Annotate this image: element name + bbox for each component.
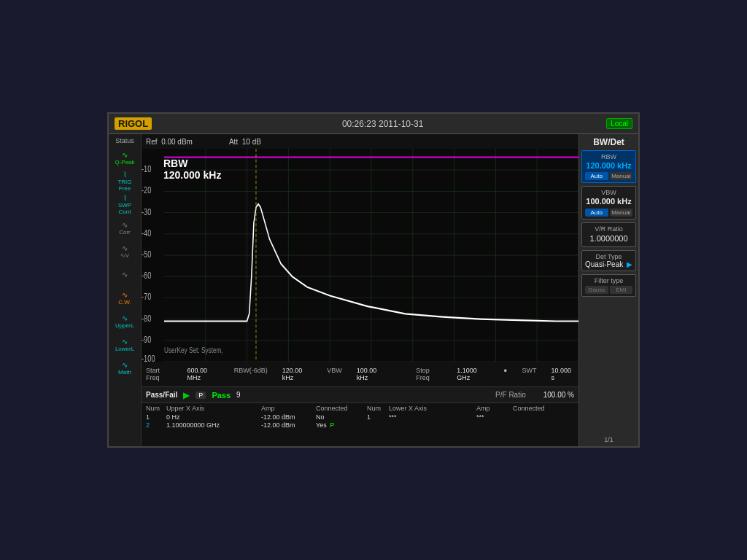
row1-amp2: *** <box>476 413 513 421</box>
trig-label: TRIGFree <box>117 179 131 192</box>
svg-text:-100: -100 <box>142 353 155 362</box>
rp-det-section[interactable]: Det Type Quasi-Peak ▶ <box>581 250 636 271</box>
emi-filter-btn[interactable]: EMI <box>610 286 633 294</box>
table-header: Num Upper X Axis Amp Connected Num Lower… <box>146 405 574 412</box>
pf-ratio-value: 100.00 % <box>543 391 574 399</box>
sidebar-btn-upperl[interactable]: ∿ UpperL <box>111 311 139 332</box>
rp-filter-section: Filter type Gauss EMI <box>581 274 636 297</box>
gauss-filter-btn[interactable]: Gauss <box>585 286 608 294</box>
swt-value: 10.000 s <box>551 367 574 381</box>
row1-num: 1 <box>146 413 166 421</box>
sidebar-btn-corr[interactable]: ∿ Corr <box>111 217 139 239</box>
qpeak-icon: ∿ <box>122 152 128 159</box>
rbw-manual-btn[interactable]: Manual <box>610 172 633 180</box>
svg-text:-40: -40 <box>142 228 151 238</box>
rp-rbw-section[interactable]: RBW 120.000 kHz Auto Manual <box>581 150 636 183</box>
rp-rbw-value: 120.000 kHz <box>585 160 632 171</box>
pass-fail-label: Pass/Fail <box>146 391 177 399</box>
play-button[interactable]: ▶ <box>183 390 190 400</box>
row2-ux: 1.100000000 GHz <box>166 421 261 429</box>
right-panel: BW/Det RBW 120.000 kHz Auto Manual VBW 1… <box>578 134 638 446</box>
chart-header: Ref 0.00 dBm Att 10 dB <box>142 134 578 149</box>
row1-lx: *** <box>389 413 476 421</box>
lowerl-icon: ∿ <box>122 338 128 346</box>
table-row-1: 1 0 Hz -12.00 dBm No 1 *** *** <box>146 413 574 421</box>
sidebar-btn-cw[interactable]: ∿ C.W. <box>111 287 139 309</box>
row2-conn2 <box>513 421 564 429</box>
table-area: Num Upper X Axis Amp Connected Num Lower… <box>142 402 578 446</box>
rp-vr-label: V/R Ratio <box>585 225 632 233</box>
col-header-ux: Upper X Axis <box>166 405 261 412</box>
row2-num: 2 <box>146 421 166 429</box>
math-icon: ∿ <box>122 362 128 369</box>
ref-label: Ref 0.00 dBm <box>146 138 193 146</box>
col-header-lx: Lower X Axis <box>389 405 476 412</box>
rp-det-label: Det Type <box>585 253 632 260</box>
sidebar-btn-math[interactable]: ∿ Math <box>111 357 139 379</box>
v-icon: ∿ <box>122 245 128 252</box>
svg-text:-10: -10 <box>142 164 151 174</box>
col-header-amp: Amp <box>261 405 316 412</box>
vbw-label: VBW <box>327 367 342 381</box>
vbw-auto-btn[interactable]: Auto <box>585 209 608 217</box>
sidebar-btn-swp[interactable]: ⌇ SWPCont <box>111 194 139 216</box>
chevron-right-icon: ▶ <box>627 260 632 268</box>
pf-ratio-label: P/F Ratio <box>495 391 526 399</box>
att-text: Att <box>229 138 238 146</box>
row1-num2: 1 <box>367 413 389 421</box>
cw-icon: ∿ <box>122 292 128 299</box>
row2-lx <box>389 421 476 429</box>
row2-amp2 <box>476 421 513 429</box>
swp-icon: ⌇ <box>123 195 127 202</box>
math-label: Math <box>118 370 131 376</box>
pass-text: Pass <box>212 391 231 400</box>
instrument-frame: RIGOL 00:26:23 2011-10-31 Local Status ∿… <box>107 112 640 448</box>
row2-amp: -12.00 dBm <box>261 421 316 429</box>
main-area: Status ∿ Q-Peak ⌇ TRIGFree ⌇ SWPCont ∿ C… <box>109 134 638 446</box>
chart-svg: -10 -20 -30 -40 -50 -60 -70 -80 -90 -100 <box>142 149 578 362</box>
sidebar-btn-empty[interactable]: ∿ <box>111 264 139 286</box>
col-header-amp2: Amp <box>476 405 513 412</box>
svg-text:-50: -50 <box>142 249 151 259</box>
rp-rbw-label: RBW <box>585 153 632 160</box>
top-bar: RIGOL 00:26:23 2011-10-31 Local <box>109 114 638 134</box>
rp-vbw-section[interactable]: VBW 100.000 kHz Auto Manual <box>581 186 636 219</box>
row2-p-marker: P <box>330 421 334 429</box>
vbw-manual-btn[interactable]: Manual <box>610 209 633 217</box>
sidebar-btn-v[interactable]: ∿ ∿V <box>111 241 139 262</box>
svg-text:-70: -70 <box>142 292 151 302</box>
chart-footer: Start Freq 600.00 MHz RBW(-6dB) 120.00 k… <box>142 362 578 386</box>
rp-vbw-auto-manual: Auto Manual <box>585 209 632 217</box>
sidebar-btn-qpeak[interactable]: ∿ Q-Peak <box>111 147 139 169</box>
ref-value: 0.00 dBm <box>161 138 193 146</box>
cw-label: C.W. <box>118 300 131 306</box>
rbw-value: 120.00 kHz <box>282 367 313 381</box>
ref-text: Ref <box>146 138 158 146</box>
sidebar-btn-lowerl[interactable]: ∿ LowerL <box>111 334 139 356</box>
rp-vr-section[interactable]: V/R Ratio 1.0000000 <box>581 222 636 247</box>
rp-det-value: Quasi-Peak ▶ <box>585 260 632 268</box>
status-label: Status <box>115 137 134 144</box>
vbw-value: 100.00 kHz <box>357 367 387 381</box>
empty-icon: ∿ <box>122 271 128 279</box>
upperl-icon: ∿ <box>122 315 128 322</box>
pass-fail-bar: Pass/Fail ▶ P Pass 9 P/F Ratio 100.00 % <box>142 386 578 402</box>
timestamp: 00:26:23 2011-10-31 <box>159 119 606 129</box>
rp-page: 1/1 <box>604 436 614 443</box>
svg-text:UserKey Set:  System,: UserKey Set: System, <box>164 346 223 355</box>
sidebar-btn-trig[interactable]: ⌇ TRIGFree <box>111 171 139 192</box>
left-sidebar: Status ∿ Q-Peak ⌇ TRIGFree ⌇ SWPCont ∿ C… <box>109 134 142 446</box>
row1-conn2 <box>513 413 564 421</box>
col-header-num: Num <box>146 405 166 412</box>
rbw-auto-btn[interactable]: Auto <box>585 172 608 180</box>
swt-label: SWT <box>522 367 537 381</box>
row2-conn: Yes P <box>316 421 367 429</box>
svg-text:-30: -30 <box>142 206 151 217</box>
filter-buttons: Gauss EMI <box>585 286 632 294</box>
rp-vbw-label: VBW <box>585 189 632 196</box>
svg-text:-90: -90 <box>142 334 151 344</box>
v-label: ∿V <box>120 253 129 259</box>
upperl-label: UpperL <box>115 323 134 329</box>
local-badge: Local <box>606 118 632 129</box>
lowerl-label: LowerL <box>115 346 134 352</box>
